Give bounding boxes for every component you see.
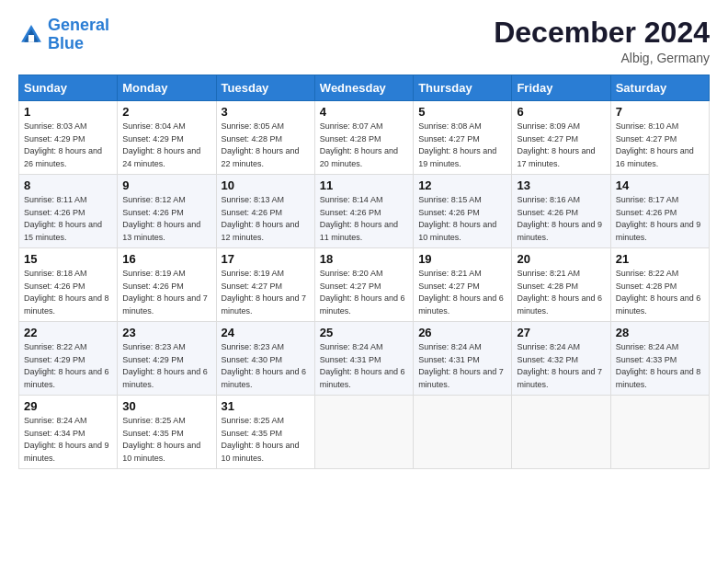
calendar-cell: 27 Sunrise: 8:24 AM Sunset: 4:32 PM Dayl…: [512, 322, 610, 396]
col-monday: Monday: [118, 75, 216, 101]
day-number: 12: [418, 178, 506, 192]
day-number: 20: [517, 252, 605, 266]
week-row-3: 15 Sunrise: 8:18 AM Sunset: 4:26 PM Dayl…: [19, 248, 710, 322]
sunrise-label: Sunrise: 8:24 AM: [616, 342, 679, 351]
day-number: 24: [222, 326, 310, 339]
daylight-label: Daylight: 8 hours and 16 minutes.: [616, 146, 694, 168]
calendar-cell: 11 Sunrise: 8:14 AM Sunset: 4:26 PM Dayl…: [314, 175, 413, 248]
week-row-4: 22 Sunrise: 8:22 AM Sunset: 4:29 PM Dayl…: [19, 322, 710, 396]
day-number: 13: [517, 178, 605, 192]
daylight-label: Daylight: 8 hours and 6 minutes.: [320, 367, 405, 389]
day-info: Sunrise: 8:08 AM Sunset: 4:27 PM Dayligh…: [418, 121, 506, 170]
calendar-cell: 24 Sunrise: 8:23 AM Sunset: 4:30 PM Dayl…: [216, 322, 314, 396]
sunset-label: Sunset: 4:27 PM: [616, 134, 677, 144]
sunset-label: Sunset: 4:27 PM: [418, 282, 480, 291]
daylight-label: Daylight: 8 hours and 7 minutes.: [222, 293, 307, 316]
calendar-cell: 22 Sunrise: 8:22 AM Sunset: 4:29 PM Dayl…: [19, 322, 118, 396]
day-number: 10: [222, 178, 310, 192]
calendar-cell: [414, 396, 512, 469]
daylight-label: Daylight: 8 hours and 17 minutes.: [517, 146, 595, 168]
calendar-cell: 26 Sunrise: 8:24 AM Sunset: 4:31 PM Dayl…: [414, 322, 512, 396]
calendar-cell: 29 Sunrise: 8:24 AM Sunset: 4:34 PM Dayl…: [19, 396, 118, 469]
sunset-label: Sunset: 4:26 PM: [24, 208, 85, 217]
sunset-label: Sunset: 4:28 PM: [320, 134, 381, 144]
day-number: 5: [418, 105, 506, 119]
daylight-label: Daylight: 8 hours and 7 minutes.: [517, 367, 602, 389]
sunrise-label: Sunrise: 8:10 AM: [616, 121, 679, 131]
daylight-label: Daylight: 8 hours and 10 minutes.: [222, 441, 300, 463]
col-tuesday: Tuesday: [216, 75, 314, 101]
daylight-label: Daylight: 8 hours and 12 minutes.: [222, 220, 300, 242]
calendar-cell: 28 Sunrise: 8:24 AM Sunset: 4:33 PM Dayl…: [610, 322, 709, 396]
calendar-cell: 23 Sunrise: 8:23 AM Sunset: 4:29 PM Dayl…: [118, 322, 216, 396]
day-number: 1: [24, 105, 112, 119]
day-number: 15: [24, 252, 112, 266]
sunrise-label: Sunrise: 8:22 AM: [616, 269, 679, 278]
daylight-label: Daylight: 8 hours and 9 minutes.: [616, 220, 701, 242]
day-number: 27: [517, 326, 605, 339]
day-info: Sunrise: 8:24 AM Sunset: 4:32 PM Dayligh…: [517, 341, 605, 391]
day-number: 14: [616, 178, 704, 192]
sunrise-label: Sunrise: 8:25 AM: [122, 416, 186, 425]
month-title: December 2024: [494, 17, 710, 49]
sunset-label: Sunset: 4:34 PM: [24, 429, 85, 438]
day-info: Sunrise: 8:19 AM Sunset: 4:27 PM Dayligh…: [222, 268, 310, 317]
sunset-label: Sunset: 4:33 PM: [616, 355, 677, 364]
sunrise-label: Sunrise: 8:16 AM: [517, 195, 580, 204]
daylight-label: Daylight: 8 hours and 6 minutes.: [616, 293, 701, 316]
sunset-label: Sunset: 4:27 PM: [517, 134, 578, 144]
daylight-label: Daylight: 8 hours and 6 minutes.: [24, 367, 109, 389]
sunset-label: Sunset: 4:35 PM: [222, 429, 283, 438]
day-info: Sunrise: 8:24 AM Sunset: 4:33 PM Dayligh…: [616, 341, 704, 391]
sunrise-label: Sunrise: 8:03 AM: [24, 121, 87, 131]
sunrise-label: Sunrise: 8:18 AM: [24, 269, 87, 278]
day-number: 7: [616, 105, 704, 119]
day-number: 4: [320, 105, 408, 119]
calendar-cell: 14 Sunrise: 8:17 AM Sunset: 4:26 PM Dayl…: [610, 175, 709, 248]
location-subtitle: Albig, Germany: [494, 51, 710, 65]
sunrise-label: Sunrise: 8:21 AM: [517, 269, 580, 278]
daylight-label: Daylight: 8 hours and 11 minutes.: [320, 220, 398, 242]
sunset-label: Sunset: 4:26 PM: [122, 282, 184, 291]
sunrise-label: Sunrise: 8:21 AM: [418, 269, 482, 278]
day-number: 26: [418, 326, 506, 339]
calendar-header-row: Sunday Monday Tuesday Wednesday Thursday…: [19, 75, 710, 101]
calendar-cell: 8 Sunrise: 8:11 AM Sunset: 4:26 PM Dayli…: [19, 175, 118, 248]
sunrise-label: Sunrise: 8:19 AM: [122, 269, 186, 278]
day-number: 17: [222, 252, 310, 266]
daylight-label: Daylight: 8 hours and 20 minutes.: [320, 146, 398, 168]
sunset-label: Sunset: 4:28 PM: [517, 282, 578, 291]
day-number: 18: [320, 252, 408, 266]
calendar-cell: 31 Sunrise: 8:25 AM Sunset: 4:35 PM Dayl…: [216, 396, 314, 469]
week-row-1: 1 Sunrise: 8:03 AM Sunset: 4:29 PM Dayli…: [19, 101, 710, 175]
calendar-cell: [610, 396, 709, 469]
sunset-label: Sunset: 4:28 PM: [222, 134, 283, 144]
col-wednesday: Wednesday: [314, 75, 413, 101]
sunrise-label: Sunrise: 8:24 AM: [320, 342, 383, 351]
sunset-label: Sunset: 4:27 PM: [222, 282, 283, 291]
day-info: Sunrise: 8:12 AM Sunset: 4:26 PM Dayligh…: [122, 194, 210, 244]
day-info: Sunrise: 8:03 AM Sunset: 4:29 PM Dayligh…: [24, 121, 112, 170]
sunrise-label: Sunrise: 8:07 AM: [320, 121, 383, 131]
sunset-label: Sunset: 4:30 PM: [222, 355, 283, 364]
day-info: Sunrise: 8:14 AM Sunset: 4:26 PM Dayligh…: [320, 194, 408, 244]
header: General Blue December 2024 Albig, German…: [18, 17, 710, 65]
daylight-label: Daylight: 8 hours and 9 minutes.: [517, 220, 602, 242]
sunset-label: Sunset: 4:31 PM: [418, 355, 480, 364]
sunset-label: Sunset: 4:35 PM: [122, 429, 184, 438]
day-number: 11: [320, 178, 408, 192]
daylight-label: Daylight: 8 hours and 19 minutes.: [418, 146, 496, 168]
day-info: Sunrise: 8:15 AM Sunset: 4:26 PM Dayligh…: [418, 194, 506, 244]
daylight-label: Daylight: 8 hours and 22 minutes.: [222, 146, 300, 168]
calendar-cell: 7 Sunrise: 8:10 AM Sunset: 4:27 PM Dayli…: [610, 101, 709, 175]
calendar-cell: 18 Sunrise: 8:20 AM Sunset: 4:27 PM Dayl…: [314, 248, 413, 322]
calendar-cell: [512, 396, 610, 469]
svg-rect-2: [28, 35, 34, 42]
sunset-label: Sunset: 4:29 PM: [122, 355, 184, 364]
daylight-label: Daylight: 8 hours and 9 minutes.: [24, 441, 109, 463]
daylight-label: Daylight: 8 hours and 7 minutes.: [122, 293, 208, 316]
day-info: Sunrise: 8:07 AM Sunset: 4:28 PM Dayligh…: [320, 121, 408, 170]
calendar-cell: 5 Sunrise: 8:08 AM Sunset: 4:27 PM Dayli…: [414, 101, 512, 175]
daylight-label: Daylight: 8 hours and 8 minutes.: [24, 293, 109, 316]
sunrise-label: Sunrise: 8:15 AM: [418, 195, 482, 204]
